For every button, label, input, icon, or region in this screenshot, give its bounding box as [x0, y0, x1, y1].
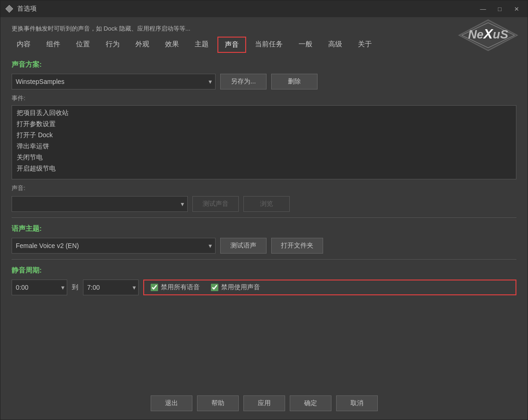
disable-all-voices-checkbox[interactable]: [151, 284, 158, 291]
test-sound-button[interactable]: 测试声音: [192, 196, 239, 212]
voice-theme-row: Female Voice v2 (EN) 测试语声 打开文件夹: [12, 238, 516, 254]
delete-button[interactable]: 删除: [271, 74, 318, 89]
description-text: 更换事件触发时可听到的声音，如 Dock 隐藏、应用程序启动等等...: [0, 17, 528, 37]
sound-select[interactable]: [12, 196, 188, 212]
tab-behavior[interactable]: 行为: [99, 37, 127, 53]
minimize-button[interactable]: —: [477, 4, 490, 14]
disable-use-sound-checkbox[interactable]: [211, 284, 218, 291]
test-voice-button[interactable]: 测试语声: [220, 238, 267, 254]
voice-theme-select-wrapper: Female Voice v2 (EN): [12, 238, 216, 254]
app-icon: [5, 5, 13, 13]
maximize-button[interactable]: □: [493, 4, 506, 14]
save-as-button[interactable]: 另存为...: [220, 74, 267, 89]
ok-button[interactable]: 确定: [290, 395, 331, 411]
tab-effects[interactable]: 效果: [158, 37, 186, 53]
window-controls: — □ ✕: [477, 4, 523, 14]
divider2: [12, 259, 516, 260]
tab-general[interactable]: 一般: [292, 37, 319, 53]
preferences-window: 首选项 — □ ✕ NeXuS 更换事件触发时可听到的声音，如 Dock 隐藏、…: [0, 0, 528, 420]
list-item[interactable]: 弹出幸运饼: [12, 141, 516, 152]
svg-marker-0: [6, 5, 13, 13]
tab-appearance[interactable]: 外观: [128, 37, 156, 53]
disable-use-sound-item[interactable]: 禁用使用声音: [211, 283, 260, 292]
disable-use-sound-label: 禁用使用声音: [221, 283, 260, 292]
silence-checkboxes: 禁用所有语音 禁用使用声音: [143, 280, 516, 295]
tab-component[interactable]: 组件: [39, 37, 67, 53]
voice-theme-select[interactable]: Female Voice v2 (EN): [12, 238, 216, 254]
main-content: 声音方案: WinstepSamples 另存为... 删除 事件: 把项目丢入…: [0, 57, 528, 389]
list-item[interactable]: 打开参数设置: [12, 119, 516, 130]
titlebar: 首选项 — □ ✕: [0, 0, 528, 17]
events-listbox[interactable]: 把项目丢入回收站 打开参数设置 打开子 Dock 弹出幸运饼 关闭节电 开启超级…: [12, 105, 516, 179]
tab-about[interactable]: 关于: [351, 37, 379, 53]
events-label: 事件:: [12, 94, 516, 102]
from-time-select[interactable]: 0:00: [12, 280, 67, 295]
sound-scheme-select[interactable]: WinstepSamples: [12, 74, 216, 89]
list-item[interactable]: 打开子 Dock: [12, 130, 516, 141]
sound-scheme-row: WinstepSamples 另存为... 删除: [12, 74, 516, 89]
to-time-select[interactable]: 7:00: [83, 280, 139, 295]
help-button[interactable]: 帮助: [197, 395, 239, 411]
sound-label: 声音:: [12, 184, 516, 192]
to-label: 到: [72, 283, 78, 292]
list-item[interactable]: 关闭节电: [12, 152, 516, 163]
nexus-logo: NeXuS: [458, 19, 518, 57]
sound-select-wrapper: [12, 196, 188, 212]
sound-scheme-select-wrapper: WinstepSamples: [12, 74, 216, 89]
tab-content[interactable]: 内容: [10, 37, 38, 53]
tab-theme[interactable]: 主题: [188, 37, 216, 53]
silence-period-row: 0:00 到 7:00 禁用所有语音 禁用使用声音: [12, 280, 516, 295]
bottom-bar: 退出 帮助 应用 确定 取消: [0, 389, 528, 420]
to-time-wrapper: 7:00: [83, 280, 139, 295]
tab-bar: 内容 组件 位置 行为 外观 效果 主题 声音 当前任务 一般 高级 关于: [0, 37, 528, 53]
tab-sound[interactable]: 声音: [217, 37, 246, 53]
tab-position[interactable]: 位置: [69, 37, 97, 53]
from-time-wrapper: 0:00: [12, 280, 67, 295]
window-title: 首选项: [17, 5, 477, 13]
divider: [12, 217, 516, 218]
sound-scheme-label: 声音方案:: [12, 60, 516, 69]
list-item[interactable]: 把项目丢入回收站: [12, 108, 516, 119]
disable-all-voices-item[interactable]: 禁用所有语音: [151, 283, 200, 292]
disable-all-voices-label: 禁用所有语音: [161, 283, 200, 292]
list-item[interactable]: 开启超级节电: [12, 163, 516, 174]
cancel-button[interactable]: 取消: [336, 395, 378, 411]
sound-row: 测试声音 浏览: [12, 196, 516, 212]
svg-text:NeXuS: NeXuS: [468, 26, 509, 41]
browse-button[interactable]: 浏览: [243, 196, 290, 212]
silence-period-label: 静音周期:: [12, 266, 516, 275]
apply-button[interactable]: 应用: [243, 395, 285, 411]
close-button[interactable]: ✕: [510, 4, 523, 14]
exit-button[interactable]: 退出: [151, 395, 192, 411]
open-folder-button[interactable]: 打开文件夹: [271, 238, 323, 254]
tab-advanced[interactable]: 高级: [321, 37, 349, 53]
tab-current-task[interactable]: 当前任务: [248, 37, 290, 53]
voice-theme-label: 语声主题:: [12, 224, 516, 233]
